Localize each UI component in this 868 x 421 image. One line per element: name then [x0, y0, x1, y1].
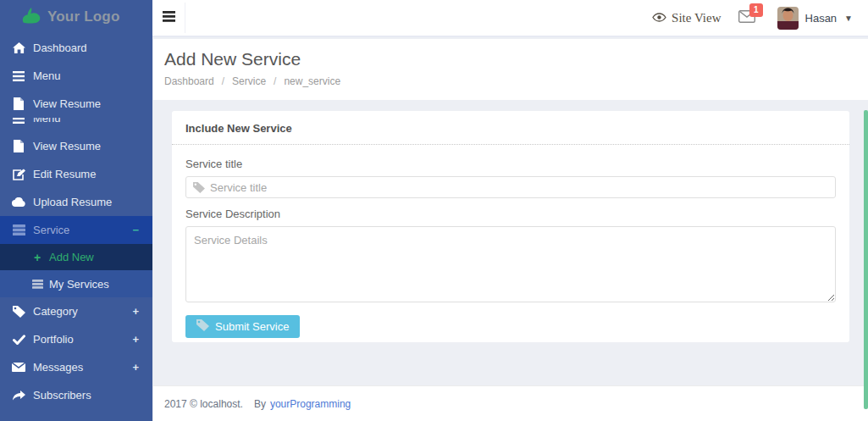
check-icon — [12, 333, 25, 346]
file-icon — [12, 97, 25, 111]
envelope-icon — [12, 361, 25, 374]
page-title: Add New Service — [164, 49, 868, 69]
sidebar-item-label: View Resume — [33, 140, 101, 152]
copyright-text: 2017 © localhost. — [164, 398, 243, 410]
sidebar-item-add-new[interactable]: + Add New — [0, 244, 152, 270]
content-scrollbar[interactable] — [864, 110, 868, 409]
user-menu[interactable]: Hasan ▼ — [777, 7, 853, 30]
page-head: Add New Service Dashboard / Service / ne… — [152, 39, 868, 100]
sidebar-item-label: Dashboard — [33, 42, 87, 54]
sidebar-item-label: Service — [33, 224, 69, 236]
sidebar-item-category[interactable]: Category + — [0, 297, 152, 325]
content-area: Include New Service Service title Servic… — [152, 100, 868, 385]
submit-button-label: Submit Service — [215, 320, 289, 333]
site-view-link[interactable]: Site View — [652, 11, 721, 25]
sidebar-item-messages[interactable]: Messages + — [0, 353, 152, 381]
hamburger-icon — [163, 10, 175, 25]
site-view-label: Site View — [672, 11, 721, 25]
expand-plus-icon[interactable]: + — [132, 333, 139, 346]
sidebar-item-portfolio[interactable]: Portfolio + — [0, 325, 152, 353]
logo-text: Your Logo — [47, 8, 120, 25]
bars-icon — [12, 118, 25, 125]
sidebar-item-menu-clipped[interactable]: Menu — [0, 118, 152, 132]
topbar: Site View 1 Hasan ▼ — [152, 0, 868, 37]
table-icon — [12, 224, 25, 237]
breadcrumb-separator: / — [222, 75, 224, 87]
breadcrumb: Dashboard / Service / new_service — [164, 75, 868, 87]
expand-plus-icon[interactable]: + — [132, 361, 139, 374]
sidebar-item-label: Menu — [33, 69, 61, 82]
logo[interactable]: Your Logo — [0, 0, 152, 34]
messages-button[interactable]: 1 — [738, 10, 755, 26]
sidebar-item-view-resume-2[interactable]: View Resume — [0, 132, 152, 160]
share-arrow-icon — [12, 389, 25, 402]
collapse-minus-icon[interactable]: − — [132, 224, 139, 236]
service-title-label: Service title — [185, 158, 836, 170]
chevron-down-icon: ▼ — [844, 14, 853, 23]
expand-plus-icon[interactable]: + — [132, 305, 139, 318]
sidebar-item-label: Messages — [33, 361, 83, 374]
sidebar-item-my-services[interactable]: My Services — [0, 270, 152, 297]
tag-icon — [12, 305, 25, 319]
sidebar-item-subscribers[interactable]: Subscribers — [0, 381, 152, 409]
card-header: Include New Service — [172, 111, 849, 145]
sidebar-item-label: Subscribers — [33, 389, 91, 402]
service-description-label: Service Description — [185, 208, 836, 220]
sidebar-item-service[interactable]: Service − — [0, 216, 152, 244]
footer: 2017 © localhost. By yourProgramming — [152, 385, 868, 421]
breadcrumb-current: new_service — [284, 75, 340, 87]
sidebar-item-label: Upload Resume — [33, 196, 112, 208]
eye-icon — [652, 11, 666, 25]
home-icon — [12, 42, 25, 55]
cloud-upload-icon — [12, 196, 25, 209]
tag-icon — [193, 181, 205, 197]
sidebar-item-view-resume[interactable]: View Resume — [0, 90, 152, 118]
footer-by-label: By — [254, 398, 266, 410]
service-title-input[interactable] — [185, 176, 836, 198]
breadcrumb-dashboard[interactable]: Dashboard — [164, 75, 214, 87]
submit-service-button[interactable]: Submit Service — [185, 315, 300, 338]
tag-icon — [196, 319, 209, 334]
sidebar-item-menu[interactable]: Menu — [0, 62, 152, 90]
service-description-textarea[interactable] — [185, 226, 836, 302]
sidebar-item-label: Category — [33, 305, 78, 318]
your-programming-link[interactable]: yourProgramming — [270, 398, 351, 410]
sidebar-item-label: Add New — [49, 251, 94, 263]
sidebar-item-label: Edit Resume — [33, 168, 96, 180]
sidebar-item-label: My Services — [49, 278, 109, 291]
breadcrumb-service[interactable]: Service — [232, 75, 266, 87]
edit-icon — [12, 168, 25, 181]
breadcrumb-separator: / — [274, 75, 276, 87]
unread-count-badge: 1 — [749, 3, 763, 17]
sidebar-item-dashboard[interactable]: Dashboard — [0, 34, 152, 62]
sidebar: Your Logo Dashboard Menu View Resume Men… — [0, 0, 152, 421]
bars-icon — [12, 69, 25, 83]
sidebar-item-label: View Resume — [33, 97, 101, 110]
sidebar-item-edit-resume[interactable]: Edit Resume — [0, 160, 152, 188]
avatar — [777, 7, 799, 30]
card-body: Service title Service Description Submit… — [172, 145, 849, 349]
table-small-icon — [31, 278, 43, 290]
file-icon — [12, 140, 25, 153]
sidebar-item-label: Portfolio — [33, 333, 74, 346]
logo-rabbit-icon — [20, 6, 42, 28]
sidebar-item-upload-resume[interactable]: Upload Resume — [0, 188, 152, 216]
sidebar-item-label: Menu — [33, 118, 61, 125]
new-service-card: Include New Service Service title Servic… — [172, 111, 849, 342]
sidebar-toggle-button[interactable] — [152, 3, 185, 33]
user-name: Hasan — [805, 12, 838, 25]
plus-icon: + — [31, 252, 43, 263]
